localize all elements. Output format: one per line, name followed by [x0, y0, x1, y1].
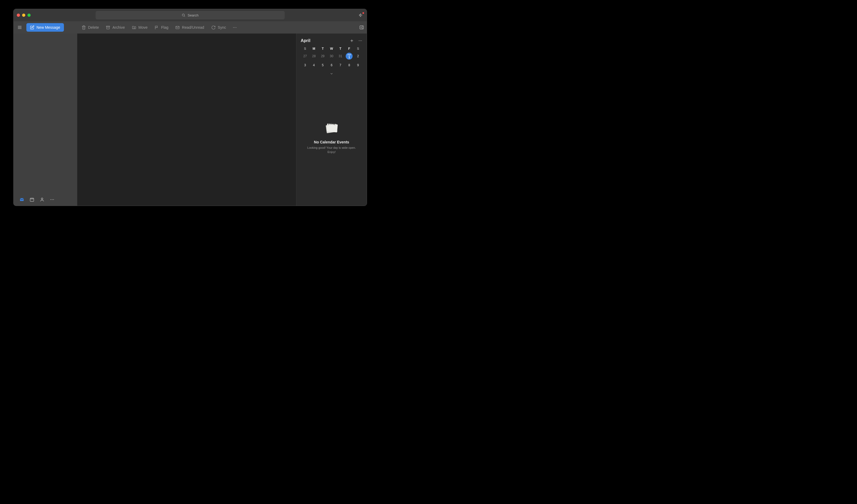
calendar-day[interactable]: 30: [327, 53, 336, 59]
svg-point-10: [234, 27, 235, 28]
svg-point-20: [51, 199, 51, 200]
titlebar: Search: [14, 9, 367, 21]
people-tab[interactable]: [40, 197, 45, 202]
calendar-dow: S: [301, 47, 309, 51]
svg-point-22: [53, 199, 54, 200]
svg-point-9: [233, 27, 234, 28]
calendar-panel: April SMTWTFS2728293031Apr123456789: [296, 34, 367, 206]
sidebar-nav: [14, 193, 77, 206]
calendar-more-button[interactable]: [358, 39, 363, 43]
more-apps-tab[interactable]: [50, 197, 55, 202]
archive-icon: [106, 25, 110, 30]
move-button[interactable]: Move: [129, 24, 150, 31]
svg-rect-14: [20, 198, 24, 201]
new-message-button[interactable]: New Message: [27, 23, 64, 32]
trash-icon: [82, 25, 86, 30]
read-unread-button[interactable]: Read/Unread: [172, 24, 207, 31]
calendar-day[interactable]: 4: [309, 62, 318, 69]
calendar-dow: M: [309, 47, 318, 51]
calendar-dow: F: [345, 47, 354, 51]
app-window: Search New Message Delete Archive Move: [13, 9, 367, 206]
svg-rect-5: [106, 26, 110, 27]
calendar-icon: [30, 197, 34, 202]
svg-point-11: [236, 27, 236, 28]
svg-point-19: [41, 198, 43, 199]
mail-tab[interactable]: [19, 197, 24, 202]
search-icon: [182, 13, 185, 17]
calendar-day[interactable]: 28: [309, 53, 318, 59]
calendar-day[interactable]: 7: [336, 62, 345, 69]
fullscreen-window-button[interactable]: [28, 14, 31, 17]
notification-badge: [363, 12, 364, 14]
flag-label: Flag: [161, 25, 168, 30]
calendar-dow: W: [327, 47, 336, 51]
ellipsis-icon: [233, 25, 237, 30]
svg-point-0: [182, 14, 185, 16]
calendar-day[interactable]: 27: [301, 53, 309, 59]
body: April SMTWTFS2728293031Apr123456789: [14, 34, 367, 206]
minimize-window-button[interactable]: [22, 14, 25, 17]
calendar-day[interactable]: 8: [345, 62, 354, 69]
delete-button[interactable]: Delete: [79, 24, 101, 31]
calendar-tab[interactable]: [30, 197, 34, 202]
svg-point-21: [52, 199, 52, 200]
svg-line-1: [184, 16, 185, 17]
calendar-dow: T: [318, 47, 327, 51]
close-window-button[interactable]: [17, 14, 20, 17]
calendar-expand-button[interactable]: [301, 71, 363, 75]
calendar-day[interactable]: 31: [336, 53, 345, 59]
traffic-lights: [17, 14, 31, 17]
calendar-grid: SMTWTFS2728293031Apr123456789: [301, 47, 363, 75]
svg-point-25: [359, 40, 359, 41]
calendar-day-today[interactable]: Apr1: [346, 53, 353, 59]
sync-label: Sync: [218, 25, 226, 30]
sync-button[interactable]: Sync: [208, 24, 229, 31]
svg-point-27: [362, 40, 362, 41]
calendar-empty-title: No Calendar Events: [314, 140, 349, 144]
folder-move-icon: [132, 25, 136, 30]
flag-button[interactable]: Flag: [152, 24, 171, 31]
more-actions-button[interactable]: [230, 24, 239, 31]
ellipsis-icon: [50, 197, 55, 202]
calendar-dow: T: [336, 47, 345, 51]
delete-label: Delete: [88, 25, 99, 30]
archive-button[interactable]: Archive: [103, 24, 128, 31]
calendar-empty-subtitle: Looking good! Your day is wide open. Enj…: [304, 146, 359, 154]
compose-icon: [30, 25, 34, 30]
calendar-day[interactable]: 2: [354, 53, 363, 59]
calendar-day[interactable]: 29: [318, 53, 327, 59]
calendar-dow: S: [354, 47, 363, 51]
sync-icon: [211, 25, 216, 30]
calendar-day[interactable]: 9: [354, 62, 363, 69]
new-message-label: New Message: [36, 25, 60, 30]
panel-collapse-icon: [359, 25, 364, 30]
svg-rect-15: [30, 198, 34, 202]
toolbar: New Message Delete Archive Move Flag Rea…: [14, 21, 367, 34]
chevron-down-icon: [330, 72, 333, 75]
calendar-day[interactable]: 6: [327, 62, 336, 69]
calendar-month-label: April: [301, 38, 310, 43]
archive-label: Archive: [112, 25, 125, 30]
notifications-button[interactable]: [359, 13, 364, 18]
sidebar: [14, 34, 77, 206]
mail-icon: [19, 197, 24, 202]
svg-point-26: [360, 40, 360, 41]
search-input[interactable]: Search: [96, 11, 285, 19]
calendar-empty-state: No Calendar Events Looking good! Your da…: [301, 75, 363, 201]
calendar-empty-illustration: [324, 122, 339, 135]
menu-toggle-button[interactable]: [16, 24, 23, 31]
move-label: Move: [138, 25, 148, 30]
search-placeholder-text: Search: [187, 13, 198, 17]
read-unread-label: Read/Unread: [182, 25, 204, 30]
calendar-day[interactable]: 3: [301, 62, 309, 69]
person-icon: [40, 197, 45, 202]
calendar-header: April: [301, 38, 363, 43]
flag-icon: [154, 25, 159, 30]
calendar-day[interactable]: 5: [318, 62, 327, 69]
message-list-area: [77, 34, 296, 206]
hamburger-icon: [17, 25, 22, 30]
add-event-button[interactable]: [350, 39, 354, 43]
svg-rect-12: [360, 26, 364, 29]
envelope-icon: [175, 25, 180, 30]
toggle-panel-button[interactable]: [359, 25, 364, 30]
